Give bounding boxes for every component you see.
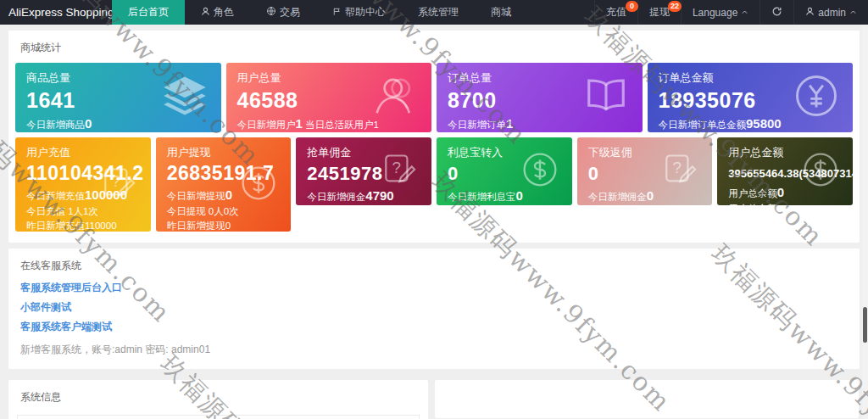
menu-item-label: 系统管理 [418, 5, 459, 20]
system-info-title: 系统信息 [8, 380, 428, 412]
system-info-row: 当前程序版本AliExpress Shopping [18, 416, 420, 419]
stat-card-line: 用户总余额0 [728, 185, 842, 200]
stat-card-line: 今日新增商品0 [26, 116, 210, 131]
withdraw-label: 提现 [649, 5, 670, 20]
menu-item-2[interactable]: 交易 [250, 0, 316, 25]
menu-item-3[interactable]: 帮助中心 [316, 0, 402, 25]
stat-card-orders-amount: 订单总金额18935076今日新增订单总金额95800昨日新增订单总金额5594… [648, 63, 854, 132]
stat-card-orders-total: 订单总量8700今日新增订单1昨日新增订单5 [437, 63, 643, 132]
line-text: 今日新增佣金 [307, 192, 365, 202]
app-brand: AliExpress Shopping... [0, 0, 112, 25]
menu-item-4[interactable]: 系统管理 [402, 0, 475, 25]
stat-card-value: 110104341.2 [26, 162, 140, 185]
navbar-right: 充值 0 提现 22 Language admin [594, 0, 868, 25]
system-info-table: 当前程序版本AliExpress Shopping运行PHP版本7.2.33Th… [17, 415, 420, 419]
stat-card-line: 今日新增佣金4790 [307, 188, 420, 204]
refresh-icon [771, 6, 782, 20]
menu-item-5[interactable]: 商城 [475, 0, 527, 25]
withdraw-button[interactable]: 提现 22 [637, 0, 681, 25]
service-link-2[interactable]: 客服系统客户端测试 [20, 320, 848, 334]
service-panel: 在线客服系统 客服系统管理后台入口小部件测试客服系统客户端测试 新增客服系统，账… [8, 249, 860, 369]
system-info-panel: 系统信息 当前程序版本AliExpress Shopping运行PHP版本7.2… [8, 380, 428, 419]
line-strong-value: 0 [516, 188, 523, 203]
line-text: 今日新增订单 [448, 120, 506, 130]
stat-card-line: 今日新增用户1 当日总活跃用户1 [237, 116, 421, 131]
stats-row-2: 用户充值110104341.2今日新增充值100000今日充值 1人1次昨日新增… [8, 137, 860, 232]
recharge-badge: 0 [626, 1, 638, 12]
line-strong-value: 0 [777, 185, 784, 199]
menu-item-0[interactable]: 后台首页 [112, 0, 185, 25]
refresh-button[interactable] [760, 0, 793, 25]
main-menu: 后台首页角色交易帮助中心系统管理商城 [112, 0, 527, 25]
stat-card-value: 46588 [237, 88, 421, 113]
flag-icon [332, 7, 342, 19]
page-content: 商城统计 商品总量1641今日新增商品0昨日新增商品0用户总量46588今日新增… [0, 31, 868, 419]
recharge-label: 充值 [606, 5, 626, 20]
stat-card-line: 今日新增利息宝0 [448, 188, 561, 204]
line-strong-value: 4790 [365, 188, 393, 203]
stats-panel: 商城统计 商品总量1641今日新增商品0昨日新增商品0用户总量46588今日新增… [8, 31, 860, 243]
stat-card-value: 395655464.38(53480731447) [728, 167, 842, 180]
stat-card-label: 下级返佣 [588, 145, 702, 160]
menu-item-1[interactable]: 角色 [185, 0, 250, 25]
stat-card-line: 今日新增订单总金额95800 [659, 116, 843, 131]
line-text: 今日新增利息宝 [448, 192, 516, 202]
chevron-up-icon [741, 8, 748, 16]
bottom-row: 系统信息 当前程序版本AliExpress Shopping运行PHP版本7.2… [0, 380, 868, 419]
line-strong-value: 95800 [746, 116, 782, 131]
stat-card-line: 今日新增订单1 [448, 116, 632, 131]
stat-card-value: 2451978 [307, 163, 420, 185]
language-dropdown[interactable]: Language [681, 0, 760, 25]
service-link-0[interactable]: 客服系统管理后台入口 [20, 281, 848, 295]
service-link-1[interactable]: 小部件测试 [20, 300, 848, 315]
stat-card-value: 18935076 [659, 88, 843, 113]
line-strong-value: 1 [296, 116, 303, 131]
scrollbar-track[interactable] [862, 25, 868, 419]
menu-item-label: 后台首页 [128, 5, 169, 20]
line-text: 今日新增用户 [237, 120, 296, 130]
scrollbar-thumb[interactable] [863, 307, 867, 343]
stat-card-value: 8700 [448, 88, 632, 113]
stat-card-value: 1641 [26, 88, 210, 113]
username: admin [818, 7, 846, 19]
stat-card-label: 用户提现 [167, 145, 281, 160]
stat-card-label: 商品总量 [26, 70, 210, 86]
language-label: Language [693, 7, 737, 19]
stat-card-label: 用户充值 [26, 145, 140, 160]
line-text: 今日新增提现 [167, 191, 225, 201]
stat-card-users-total: 用户总量46588今日新增用户1 当日总活跃用户1昨日新增用户2 当日总活跃用户… [226, 63, 432, 132]
stat-card-line: 今日新增充值100000 [26, 187, 140, 203]
menu-item-label: 帮助中心 [345, 5, 386, 20]
line-text: 今日新增订单总金额 [659, 120, 747, 130]
stats-title: 商城统计 [8, 31, 860, 63]
line-text: 今日充值 1人1次 [26, 206, 98, 216]
stat-card-label: 用户总量 [237, 70, 421, 86]
user-menu[interactable]: admin [793, 0, 868, 25]
stat-card-value: 26835191.7 [167, 162, 281, 185]
stat-card-goods-total: 商品总量1641今日新增商品0昨日新增商品0 [15, 63, 221, 132]
stat-card-label: 订单总金额 [659, 70, 843, 86]
stat-card-sub-commission: 下级返佣0今日新增佣金0昨日新增佣金0? [577, 137, 713, 205]
line-text: 当日总活跃用户1 [303, 120, 379, 130]
stat-card-interest-in: 利息宝转入0今日新增利息宝0昨日新增利息宝0 [437, 137, 572, 205]
line-text: 今日新增商品 [26, 120, 85, 130]
stat-card-user-withdraw: 用户提现26835191.7今日新增提现0今日提现 0人0次昨日新增提现0昨日提… [156, 137, 292, 232]
menu-item-label: 角色 [214, 5, 234, 20]
right-empty-panel [435, 380, 859, 418]
service-links: 客服系统管理后台入口小部件测试客服系统客户端测试 [8, 281, 860, 334]
stat-card-label: 利息宝转入 [448, 145, 561, 160]
line-text: 今日新增充值 [26, 191, 85, 201]
stat-card-label: 订单总量 [448, 70, 632, 86]
line-strong-value: 1 [506, 116, 513, 131]
menu-item-label: 交易 [280, 5, 300, 20]
recharge-button[interactable]: 充值 0 [594, 0, 637, 25]
stat-card-line: 今日新增提现0 [167, 187, 281, 203]
stat-card-label: 抢单佣金 [307, 145, 420, 160]
line-text: 用户总余额0 [728, 204, 782, 205]
stats-row-1: 商品总量1641今日新增商品0昨日新增商品0用户总量46588今日新增用户1 当… [8, 63, 860, 132]
stat-card-line: 昨日新增充值110000 [26, 220, 140, 232]
line-strong-value: 0 [647, 188, 654, 203]
stat-card-line: 昨日新增提现0 [167, 220, 281, 232]
menu-item-label: 商城 [491, 5, 511, 20]
service-title: 在线客服系统 [8, 249, 860, 281]
